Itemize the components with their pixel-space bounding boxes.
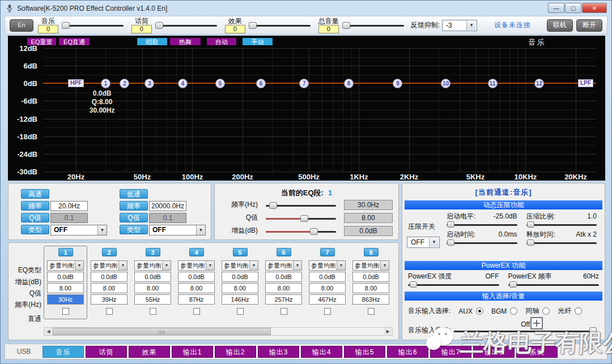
slider-thumb[interactable] bbox=[342, 22, 350, 29]
freq-cell[interactable]: 30Hz bbox=[47, 294, 84, 305]
tab-音乐[interactable]: 音乐 bbox=[42, 346, 84, 358]
eq-type-select[interactable]: 参量均衡▼ bbox=[47, 260, 84, 271]
gain-cell[interactable]: 0.0dB bbox=[47, 272, 84, 282]
eq-plot[interactable]: HPFLPF1234567891011120.0dBQ:8.0030.00Hz bbox=[43, 48, 596, 172]
eq-band-header[interactable]: 8 bbox=[364, 248, 379, 256]
eq-segment-slider[interactable] bbox=[266, 226, 336, 236]
eq-type-select[interactable]: 参量均衡▼ bbox=[352, 260, 389, 271]
radio-button-selected[interactable] bbox=[476, 307, 483, 315]
channel-value-box[interactable]: 0 bbox=[318, 25, 339, 33]
compressor-param-slider[interactable] bbox=[447, 239, 517, 247]
slider-thumb[interactable] bbox=[62, 22, 70, 29]
slider-thumb[interactable] bbox=[269, 202, 277, 209]
tab-输出2[interactable]: 输出2 bbox=[215, 346, 256, 358]
slider-thumb[interactable] bbox=[527, 221, 534, 228]
tab-输出7[interactable]: 输出7 bbox=[430, 346, 471, 358]
freq-cell[interactable]: 87Hz bbox=[178, 294, 215, 305]
chevron-down-icon[interactable]: ▼ bbox=[380, 261, 389, 270]
chevron-down-icon[interactable]: ▼ bbox=[162, 261, 171, 270]
bypass-checkbox[interactable] bbox=[280, 308, 287, 315]
compressor-param-slider[interactable] bbox=[526, 221, 597, 229]
freq-cell[interactable]: 467Hz bbox=[309, 294, 346, 305]
eq-band-point-8[interactable]: 8 bbox=[344, 79, 354, 88]
q-cell[interactable]: 8.00 bbox=[265, 283, 302, 293]
gain-cell[interactable]: 0.0dB bbox=[178, 272, 215, 282]
slider-thumb[interactable] bbox=[527, 239, 534, 246]
bypass-checkbox[interactable] bbox=[193, 308, 200, 315]
mode-auto-button[interactable]: 自动 bbox=[206, 37, 237, 46]
input-option-光纤[interactable]: 光纤 bbox=[558, 306, 582, 316]
eq-band-header[interactable]: 5 bbox=[233, 248, 248, 256]
input-option-BGM[interactable]: BGM bbox=[491, 306, 517, 316]
channel-volume-slider[interactable] bbox=[249, 20, 311, 31]
minimize-button[interactable]: — bbox=[548, 3, 564, 13]
limiter-switch-select[interactable]: OFF ▼ bbox=[407, 237, 440, 248]
tab-输出8[interactable]: 输出8 bbox=[473, 346, 515, 358]
eq-type-select[interactable]: 参量均衡▼ bbox=[178, 260, 215, 271]
chevron-down-icon[interactable]: ▼ bbox=[429, 238, 439, 247]
eq-type-select[interactable]: 参量均衡▼ bbox=[309, 260, 346, 271]
preset-sing-button[interactable]: 唱歌 bbox=[137, 37, 168, 46]
slider-thumb[interactable] bbox=[509, 281, 517, 288]
eq-band-header[interactable]: 4 bbox=[189, 248, 204, 256]
bypass-checkbox[interactable] bbox=[324, 308, 331, 315]
eq-band-header[interactable]: 2 bbox=[102, 248, 117, 256]
eq-type-select[interactable]: 参量均衡▼ bbox=[91, 260, 128, 271]
eq-type-select[interactable]: 参量均衡▼ bbox=[222, 260, 258, 271]
table-scrollbar[interactable]: ◀ ▶ bbox=[44, 327, 393, 336]
eq-band-point-12[interactable]: 12 bbox=[534, 79, 544, 88]
slider-thumb[interactable] bbox=[155, 22, 163, 29]
slider-thumb[interactable] bbox=[310, 228, 318, 235]
gain-cell[interactable]: 0.0dB bbox=[222, 272, 258, 282]
eq-band-point-3[interactable]: 3 bbox=[144, 79, 154, 88]
tab-输出6[interactable]: 输出6 bbox=[387, 346, 428, 358]
eq-band-point-1[interactable]: 1 bbox=[101, 79, 110, 88]
highpass-type-select[interactable]: OFF ▼ bbox=[50, 225, 107, 235]
eq-type-select[interactable]: 参量均衡▼ bbox=[134, 260, 171, 271]
chevron-down-icon[interactable]: ▼ bbox=[337, 261, 345, 270]
eq-band-header[interactable]: 6 bbox=[277, 248, 291, 256]
gain-cell[interactable]: 0.0dB bbox=[352, 272, 389, 282]
tab-话筒[interactable]: 话筒 bbox=[86, 346, 127, 358]
channel-volume-slider[interactable] bbox=[155, 20, 217, 31]
connect-button[interactable]: 联机 bbox=[547, 19, 573, 32]
bypass-checkbox[interactable] bbox=[106, 308, 113, 315]
channel-value-box[interactable]: 0 bbox=[225, 25, 245, 33]
tab-系统[interactable]: 系统 bbox=[516, 346, 558, 358]
bypass-checkbox[interactable] bbox=[150, 308, 156, 315]
lpf-marker[interactable]: LPF bbox=[578, 79, 593, 87]
tab-输出3[interactable]: 输出3 bbox=[258, 346, 299, 358]
eq-segment-slider[interactable] bbox=[266, 213, 336, 223]
input-volume-slider[interactable]: Off bbox=[454, 320, 597, 335]
disconnect-button[interactable]: 断开 bbox=[576, 19, 602, 32]
lowpass-freq-input[interactable]: 20000.0Hz bbox=[149, 201, 186, 211]
gain-cell[interactable]: 0.0dB bbox=[91, 272, 128, 282]
q-cell[interactable]: 8.00 bbox=[134, 283, 171, 293]
q-cell[interactable]: 8.00 bbox=[47, 283, 84, 293]
slider-thumb[interactable] bbox=[589, 327, 597, 334]
q-cell[interactable]: 8.00 bbox=[178, 283, 215, 293]
scroll-left-icon[interactable]: ◀ bbox=[44, 328, 53, 335]
scroll-right-icon[interactable]: ▶ bbox=[384, 328, 392, 335]
slider-thumb[interactable] bbox=[300, 215, 308, 222]
preset-dance-button[interactable]: 热舞 bbox=[169, 37, 201, 46]
chevron-down-icon[interactable]: ▼ bbox=[206, 261, 214, 270]
input-option-AUX[interactable]: AUX bbox=[458, 306, 483, 316]
eq-band-point-10[interactable]: 10 bbox=[441, 79, 450, 88]
q-cell[interactable]: 8.00 bbox=[222, 283, 258, 293]
q-cell[interactable]: 8.00 bbox=[352, 283, 389, 293]
freq-cell[interactable]: 146Hz bbox=[222, 294, 258, 305]
compressor-param-slider[interactable] bbox=[526, 239, 597, 247]
radio-button[interactable] bbox=[542, 307, 550, 315]
eq-band-header[interactable]: 7 bbox=[320, 248, 335, 256]
slider-thumb[interactable] bbox=[249, 22, 257, 29]
eq-band-point-7[interactable]: 7 bbox=[299, 79, 309, 88]
gain-cell[interactable]: 0.0dB bbox=[134, 272, 171, 282]
eq-band-point-4[interactable]: 4 bbox=[178, 79, 188, 88]
slider-thumb[interactable] bbox=[410, 281, 417, 288]
bypass-checkbox[interactable] bbox=[368, 308, 375, 315]
eq-type-select[interactable]: 参量均衡▼ bbox=[265, 260, 302, 271]
eq-band-header[interactable]: 1 bbox=[58, 248, 73, 256]
scrollbar-thumb[interactable] bbox=[53, 328, 271, 335]
tab-输出1[interactable]: 输出1 bbox=[172, 346, 213, 358]
